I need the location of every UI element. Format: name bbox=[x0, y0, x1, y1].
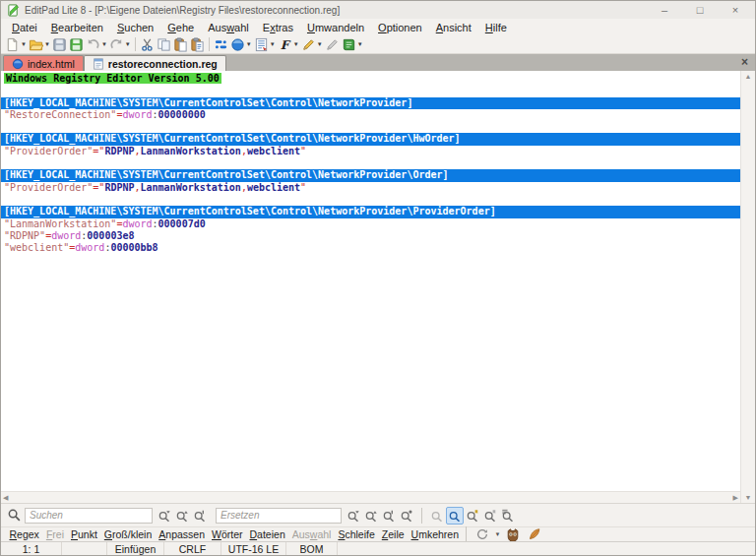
blank-line bbox=[1, 121, 740, 133]
menu-hilfe[interactable]: Hilfe bbox=[478, 21, 514, 34]
find-previous-button[interactable] bbox=[173, 507, 191, 525]
scroll-left-icon[interactable]: ◀ bbox=[3, 494, 8, 502]
save-all-icon bbox=[69, 37, 84, 52]
editor-area: Windows Registry Editor Version 5.00[HKE… bbox=[1, 71, 755, 503]
vertical-scrollbar[interactable]: ▲ ▼ bbox=[740, 71, 755, 503]
replace-previous-button[interactable] bbox=[362, 507, 380, 525]
help-book-button[interactable]: ▼ bbox=[341, 36, 364, 53]
scroll-down-icon[interactable]: ▼ bbox=[745, 494, 752, 501]
replace-first-button[interactable] bbox=[380, 507, 398, 525]
search-options-row: RegexFreiPunktGroß/kleinAnpassenWörterDa… bbox=[1, 526, 755, 541]
chevron-down-icon[interactable]: ▼ bbox=[317, 41, 323, 47]
chevron-down-icon[interactable]: ▼ bbox=[270, 41, 276, 47]
replace-next-button[interactable] bbox=[345, 507, 362, 525]
chevron-down-icon[interactable]: ▼ bbox=[246, 41, 252, 47]
menu-ansicht[interactable]: Ansicht bbox=[429, 21, 478, 34]
search-option-zeile[interactable]: Zeile bbox=[378, 528, 408, 540]
tab-restoreconnection-reg[interactable]: restoreconnection.reg bbox=[84, 55, 226, 71]
chevron-down-icon[interactable]: ▼ bbox=[495, 531, 501, 537]
paste-special-button[interactable] bbox=[189, 36, 206, 53]
close-tab-icon[interactable]: × bbox=[741, 55, 748, 70]
unmark-matches-button[interactable] bbox=[481, 507, 499, 525]
chevron-down-icon[interactable]: ▼ bbox=[44, 41, 50, 47]
search-option-anpassen[interactable]: Anpassen bbox=[156, 528, 209, 540]
search-option-dateien[interactable]: Dateien bbox=[246, 528, 288, 540]
save-all-button[interactable] bbox=[68, 36, 85, 53]
font-button[interactable]: F▼ bbox=[277, 36, 300, 53]
new-file-button[interactable]: ▼ bbox=[4, 36, 28, 53]
chevron-down-icon[interactable]: ▼ bbox=[101, 41, 107, 47]
registry-key-line: [HKEY_LOCAL_MACHINE\SYSTEM\CurrentContro… bbox=[1, 169, 740, 181]
menu-datei[interactable]: Datei bbox=[5, 21, 44, 34]
line-break-indicator[interactable]: CRLF bbox=[164, 542, 221, 555]
search-option-auswahl: Auswahl bbox=[288, 528, 335, 540]
scroll-right-icon[interactable]: ▶ bbox=[733, 494, 738, 502]
search-option-wrter[interactable]: Wörter bbox=[209, 528, 247, 540]
toolbar: ▼▼▼▼▼▼F▼▼▼ bbox=[1, 35, 755, 54]
scroll-up-icon[interactable]: ▲ bbox=[745, 73, 752, 80]
search-option-frei: Frei bbox=[42, 528, 67, 540]
horizontal-scrollbar[interactable]: ◀ ▶ bbox=[1, 491, 740, 503]
font-icon: F bbox=[278, 37, 292, 52]
window-title: EditPad Lite 8 - [P:\Eigene Dateien\Regi… bbox=[25, 5, 340, 16]
search-input[interactable] bbox=[25, 508, 153, 524]
search-option-regex[interactable]: Regex bbox=[6, 528, 42, 540]
search-option-punkt[interactable]: Punkt bbox=[67, 528, 100, 540]
find-next-button[interactable] bbox=[156, 507, 173, 525]
status-bar: 1: 1 Einfügen CRLF UTF-16 LE BOM bbox=[1, 541, 755, 555]
chevron-down-icon[interactable]: ▼ bbox=[357, 41, 363, 47]
chevron-down-icon[interactable]: ▼ bbox=[293, 41, 299, 47]
menu-extras[interactable]: Extras bbox=[256, 21, 300, 34]
paste-icon bbox=[173, 37, 188, 52]
cut-button[interactable] bbox=[139, 36, 156, 53]
highlight-all-button[interactable] bbox=[446, 507, 464, 525]
tab-index-html[interactable]: index.html bbox=[3, 55, 84, 71]
close-button[interactable]: × bbox=[729, 5, 741, 16]
minimize-button[interactable]: – bbox=[659, 5, 670, 16]
edit-highlight-button[interactable]: ▼ bbox=[300, 36, 324, 53]
insert-mode-indicator[interactable]: Einfügen bbox=[107, 542, 164, 555]
blank-line bbox=[1, 194, 740, 206]
redo-icon bbox=[109, 37, 124, 52]
go-to-list-button[interactable]: ▼ bbox=[253, 36, 277, 53]
text-editor[interactable]: Windows Registry Editor Version 5.00[HKE… bbox=[1, 71, 740, 491]
menu-optionen[interactable]: Optionen bbox=[371, 21, 429, 34]
registry-version-line: Windows Registry Editor Version 5.00 bbox=[1, 73, 740, 85]
special-characters-button[interactable] bbox=[213, 36, 229, 53]
chevron-down-icon[interactable]: ▼ bbox=[21, 41, 27, 47]
cursor-position[interactable]: 1: 1 bbox=[1, 542, 62, 555]
copy-button[interactable] bbox=[156, 36, 172, 53]
bom-indicator[interactable]: BOM bbox=[286, 542, 338, 555]
menu-umwandeln[interactable]: Umwandeln bbox=[300, 21, 371, 34]
paste-button[interactable] bbox=[172, 36, 189, 53]
open-file-button[interactable]: ▼ bbox=[28, 36, 51, 53]
title-bar: EditPad Lite 8 - [P:\Eigene Dateien\Regi… bbox=[1, 1, 755, 19]
menu-auswahl[interactable]: Auswahl bbox=[201, 21, 256, 34]
mark-matches-button[interactable] bbox=[464, 507, 481, 525]
replace-input[interactable] bbox=[216, 508, 342, 524]
search-in-selection-button bbox=[428, 507, 446, 525]
browse-search-button[interactable]: ▼ bbox=[229, 36, 253, 53]
menu-suchen[interactable]: Suchen bbox=[110, 21, 160, 34]
maximize-button[interactable]: □ bbox=[694, 5, 706, 16]
save-file-button[interactable] bbox=[51, 36, 68, 53]
list-all-matches-button[interactable] bbox=[499, 507, 517, 525]
reg-file-icon bbox=[93, 58, 104, 70]
search-option-groklein[interactable]: Groß/klein bbox=[100, 528, 155, 540]
new-file-icon bbox=[5, 37, 20, 52]
find-first-button[interactable] bbox=[191, 507, 209, 525]
search-option-schleife[interactable]: Schleife bbox=[335, 528, 378, 540]
chevron-down-icon[interactable]: ▼ bbox=[125, 41, 131, 47]
search-option-umkehren[interactable]: Umkehren bbox=[408, 528, 462, 540]
blank-line bbox=[1, 157, 740, 169]
read-only-button[interactable] bbox=[324, 36, 341, 53]
registry-value-line: "RDPNP"=dword:000003e8 bbox=[1, 230, 740, 242]
read-only-icon bbox=[325, 37, 340, 52]
redo-button: ▼ bbox=[108, 36, 132, 53]
menu-bar: DateiBearbeitenSuchenGeheAuswahlExtrasUm… bbox=[1, 19, 755, 35]
undo-icon bbox=[86, 37, 100, 52]
encoding-indicator[interactable]: UTF-16 LE bbox=[221, 542, 286, 555]
menu-bearbeiten[interactable]: Bearbeiten bbox=[44, 21, 110, 34]
menu-gehe[interactable]: Gehe bbox=[160, 21, 201, 34]
replace-all-button[interactable] bbox=[398, 507, 415, 525]
